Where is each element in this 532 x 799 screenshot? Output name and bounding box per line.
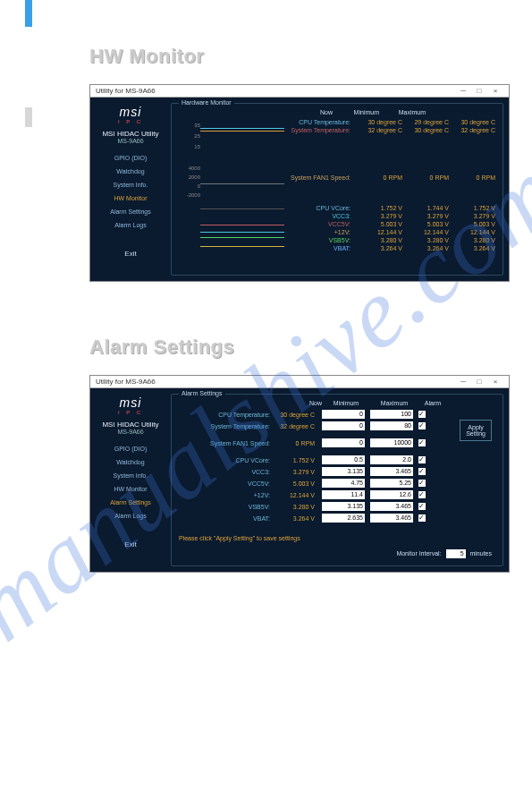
volt-graph	[200, 205, 284, 259]
hw-val-min: 1.744 V	[402, 205, 449, 211]
nav-sysinfo[interactable]: System Info.	[96, 469, 165, 482]
hw-volt-label: VCC3:	[284, 213, 356, 219]
alarm-max-input[interactable]: 100	[370, 410, 413, 419]
alarm-checkbox[interactable]	[418, 456, 426, 463]
logo: msi	[96, 105, 165, 119]
close-icon[interactable]: ×	[487, 378, 503, 386]
app-model: MS-9A66	[96, 429, 165, 435]
nav-watchdog[interactable]: Watchdog	[96, 165, 165, 178]
hw-val-max: 32 degree C	[449, 127, 495, 133]
alarm-checkbox[interactable]	[418, 514, 426, 522]
axis-tick: 15	[179, 144, 200, 149]
apply-setting-button[interactable]: Apply Setting	[460, 420, 492, 441]
fan-max: 0 RPM	[449, 174, 495, 181]
alarm-label: VSB5V:	[179, 504, 277, 510]
col-now: Now	[286, 109, 333, 115]
logo-sub: I P C	[96, 119, 165, 124]
alarm-min-input[interactable]: 3.135	[322, 502, 365, 511]
alarm-row: VBAT: 3.264 V 2.635 3.465	[179, 514, 495, 523]
col-max: Maximum	[379, 109, 426, 115]
alarm-now: 30 degree C	[277, 412, 322, 418]
interval-unit: minutes	[469, 550, 492, 557]
hw-val-min: 3.280 V	[402, 237, 449, 243]
alarm-min-input[interactable]: 4.75	[322, 479, 365, 488]
app-model: MS-9A66	[96, 138, 165, 144]
hw-val-min: 12.144 V	[402, 229, 449, 235]
alarm-min-input[interactable]: 0	[322, 410, 365, 419]
nav-alarmsettings[interactable]: Alarm Settings	[96, 496, 165, 509]
col-min: Minimum	[322, 400, 370, 406]
alarm-now: 12.144 V	[277, 492, 322, 498]
titlebar: Utility for MS-9A66 ─ □ ×	[90, 85, 509, 98]
interval-input[interactable]: 5	[446, 549, 466, 558]
hw-val-now: 5.003 V	[356, 221, 402, 227]
alarm-min-input[interactable]: 0.5	[322, 455, 365, 464]
alarm-panel: Alarm Settings Now Minimum Maximum Alarm…	[171, 394, 503, 566]
hw-val-now: 12.144 V	[356, 229, 402, 235]
col-max: Maximum	[370, 400, 418, 406]
alarm-label: CPU Temperature:	[179, 412, 277, 418]
alarm-max-input[interactable]: 12.6	[370, 490, 413, 499]
alarm-max-input[interactable]: 2.0	[370, 455, 413, 464]
maximize-icon[interactable]: □	[471, 378, 487, 386]
alarm-checkbox[interactable]	[418, 422, 426, 429]
alarm-min-input[interactable]: 2.635	[322, 514, 365, 523]
alarm-checkbox[interactable]	[418, 411, 426, 418]
exit-button[interactable]: Exit	[96, 540, 165, 548]
nav-alarmlogs[interactable]: Alarm Logs	[96, 509, 165, 523]
alarm-checkbox[interactable]	[418, 468, 426, 475]
axis-tick: 0	[179, 183, 200, 192]
fan-label: System FAN1 Speed:	[284, 174, 356, 181]
app-name: MSI HIDAC Utility	[96, 421, 165, 429]
alarm-checkbox[interactable]	[418, 439, 426, 446]
nav-watchdog[interactable]: Watchdog	[96, 455, 165, 469]
minimize-icon[interactable]: ─	[455, 87, 471, 95]
alarm-max-input[interactable]: 3.465	[370, 502, 413, 511]
hw-volt-label: +12V:	[284, 229, 356, 235]
alarm-max-input[interactable]: 10000	[370, 438, 413, 447]
nav-sysinfo[interactable]: System Info.	[96, 178, 165, 191]
alarm-row: System FAN1 Speed: 0 RPM 0 10000	[179, 438, 495, 447]
alarm-max-input[interactable]: 3.465	[370, 467, 413, 476]
hw-val-max: 30 degree C	[449, 119, 495, 125]
exit-button[interactable]: Exit	[96, 250, 165, 258]
nav-alarmsettings[interactable]: Alarm Settings	[96, 205, 165, 218]
hw-panel: Hardware Monitor Now Minimum Maximum 35 …	[171, 103, 503, 276]
alarm-row: CPU VCore: 1.752 V 0.5 2.0	[179, 455, 495, 464]
alarm-label: VBAT:	[179, 515, 277, 522]
hw-val-now: 30 degree C	[356, 119, 402, 125]
maximize-icon[interactable]: □	[471, 87, 487, 95]
hw-val-min: 29 degree C	[402, 119, 449, 125]
section-title-hw: HW Monitor	[89, 45, 478, 68]
alarm-max-input[interactable]: 80	[370, 421, 413, 430]
window-caption: Utility for MS-9A66	[96, 87, 455, 95]
alarm-max-input[interactable]: 5.25	[370, 479, 413, 488]
alarm-max-input[interactable]: 3.465	[370, 514, 413, 523]
alarm-checkbox[interactable]	[418, 503, 426, 510]
alarm-min-input[interactable]: 0	[322, 421, 365, 430]
alarm-now: 3.279 V	[277, 469, 322, 475]
nav-hwmonitor[interactable]: HW Monitor	[96, 191, 165, 205]
hw-val-min: 3.264 V	[402, 245, 449, 251]
alarm-min-input[interactable]: 0	[322, 438, 365, 447]
alarm-min-input[interactable]: 3.135	[322, 467, 365, 476]
alarm-min-input[interactable]: 11.4	[322, 490, 365, 499]
alarm-label: VCC5V:	[179, 480, 277, 487]
alarm-now: 1.752 V	[277, 457, 322, 463]
alarm-row: VCC3: 3.279 V 3.135 3.465	[179, 467, 495, 476]
close-icon[interactable]: ×	[487, 87, 503, 95]
hw-val-max: 3.264 V	[449, 245, 495, 251]
col-now: Now	[277, 400, 322, 406]
nav-gpio[interactable]: GPIO (DIO)	[96, 151, 165, 165]
alarm-now: 0 RPM	[277, 440, 322, 446]
hw-monitor-window: Utility for MS-9A66 ─ □ × msi I P C MSI …	[89, 84, 510, 282]
nav-alarmlogs[interactable]: Alarm Logs	[96, 218, 165, 232]
nav-hwmonitor[interactable]: HW Monitor	[96, 482, 165, 496]
alarm-label: System FAN1 Speed:	[179, 440, 277, 446]
minimize-icon[interactable]: ─	[455, 378, 471, 386]
nav-gpio[interactable]: GPIO (DIO)	[96, 442, 165, 455]
alarm-checkbox[interactable]	[418, 480, 426, 487]
alarm-checkbox[interactable]	[418, 491, 426, 498]
hw-val-now: 3.264 V	[356, 245, 402, 251]
axis-tick: 25	[179, 133, 200, 144]
